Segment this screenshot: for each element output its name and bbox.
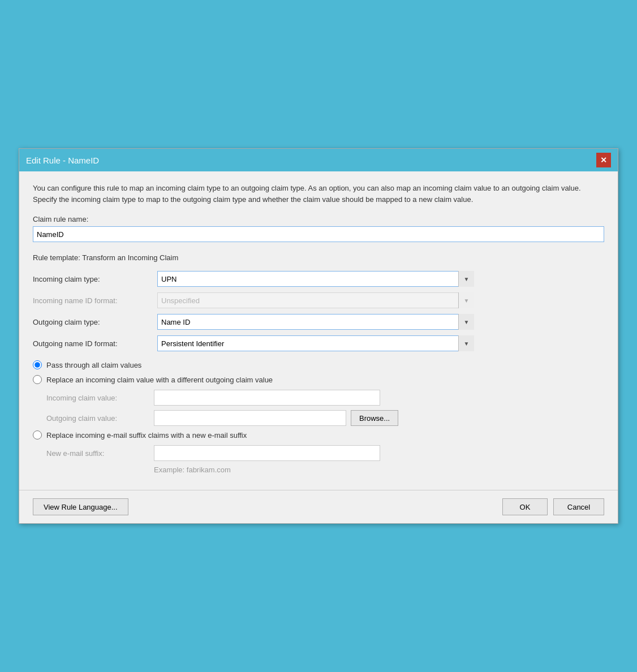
new-email-suffix-row: New e-mail suffix: <box>46 445 604 461</box>
footer-left: View Rule Language... <box>33 498 128 515</box>
replace-email-suffix-radio[interactable] <box>33 430 42 440</box>
dialog-window: Edit Rule - NameID ✕ You can configure t… <box>19 148 618 524</box>
replace-value-subfields: Incoming claim value: Outgoing claim val… <box>46 390 604 426</box>
incoming-claim-type-row: Incoming claim type: UPN E-Mail Address … <box>33 271 604 287</box>
incoming-name-id-format-container: Unspecified ▼ <box>157 292 474 308</box>
pass-through-radio[interactable] <box>33 360 42 369</box>
outgoing-claim-type-row: Outgoing claim type: Name ID E-Mail Addr… <box>33 314 604 330</box>
close-button[interactable]: ✕ <box>596 153 611 167</box>
outgoing-claim-type-select[interactable]: Name ID E-Mail Address UPN <box>157 314 474 330</box>
incoming-claim-value-row: Incoming claim value: <box>46 390 604 406</box>
outgoing-claim-value-row: Outgoing claim value: Browse... <box>46 410 604 426</box>
pass-through-label: Pass through all claim values <box>46 361 141 369</box>
footer-right: OK Cancel <box>502 498 604 515</box>
incoming-claim-type-select[interactable]: UPN E-Mail Address Name Common Name <box>157 271 474 287</box>
outgoing-claim-value-label: Outgoing claim value: <box>46 414 154 423</box>
outgoing-name-id-format-label: Outgoing name ID format: <box>33 339 157 348</box>
outgoing-name-id-format-container: Persistent Identifier Transient Identifi… <box>157 335 474 351</box>
title-bar: Edit Rule - NameID ✕ <box>19 149 618 171</box>
replace-value-radio[interactable] <box>33 375 42 384</box>
replace-email-suffix-row: Replace incoming e-mail suffix claims wi… <box>33 430 604 440</box>
ok-button[interactable]: OK <box>502 498 548 515</box>
browse-button[interactable]: Browse... <box>351 410 398 426</box>
new-email-suffix-input[interactable] <box>154 445 380 461</box>
radio-group: Pass through all claim values Replace an… <box>33 360 604 474</box>
email-example-text: Example: fabrikam.com <box>154 466 604 474</box>
incoming-claim-value-label: Incoming claim value: <box>46 394 154 402</box>
incoming-name-id-format-row: Incoming name ID format: Unspecified ▼ <box>33 292 604 308</box>
incoming-name-id-format-select: Unspecified <box>157 292 474 308</box>
dialog-content: You can configure this rule to map an in… <box>19 171 618 490</box>
outgoing-name-id-format-row: Outgoing name ID format: Persistent Iden… <box>33 335 604 351</box>
incoming-claim-type-label: Incoming claim type: <box>33 275 157 283</box>
dialog-footer: View Rule Language... OK Cancel <box>19 490 618 523</box>
incoming-name-id-format-label: Incoming name ID format: <box>33 296 157 305</box>
new-email-suffix-label: New e-mail suffix: <box>46 449 154 458</box>
outgoing-claim-type-label: Outgoing claim type: <box>33 318 157 326</box>
replace-value-row: Replace an incoming claim value with a d… <box>33 375 604 384</box>
email-suffix-subfields: New e-mail suffix: Example: fabrikam.com <box>46 445 604 474</box>
replace-value-label: Replace an incoming claim value with a d… <box>46 376 273 384</box>
outgoing-claim-value-input[interactable] <box>154 410 346 426</box>
rule-template-text: Rule template: Transform an Incoming Cla… <box>33 253 604 262</box>
outgoing-name-id-format-select[interactable]: Persistent Identifier Transient Identifi… <box>157 335 474 351</box>
outgoing-claim-type-container: Name ID E-Mail Address UPN ▼ <box>157 314 474 330</box>
claim-rule-name-label: Claim rule name: <box>33 215 604 223</box>
description-text: You can configure this rule to map an in… <box>33 183 604 205</box>
incoming-claim-type-container: UPN E-Mail Address Name Common Name ▼ <box>157 271 474 287</box>
dialog-title: Edit Rule - NameID <box>26 156 99 165</box>
claim-rule-name-input[interactable] <box>33 226 604 242</box>
pass-through-row: Pass through all claim values <box>33 360 604 369</box>
replace-email-suffix-label: Replace incoming e-mail suffix claims wi… <box>46 431 247 440</box>
view-rule-language-button[interactable]: View Rule Language... <box>33 498 128 515</box>
cancel-button[interactable]: Cancel <box>553 498 604 515</box>
incoming-claim-value-input[interactable] <box>154 390 380 406</box>
